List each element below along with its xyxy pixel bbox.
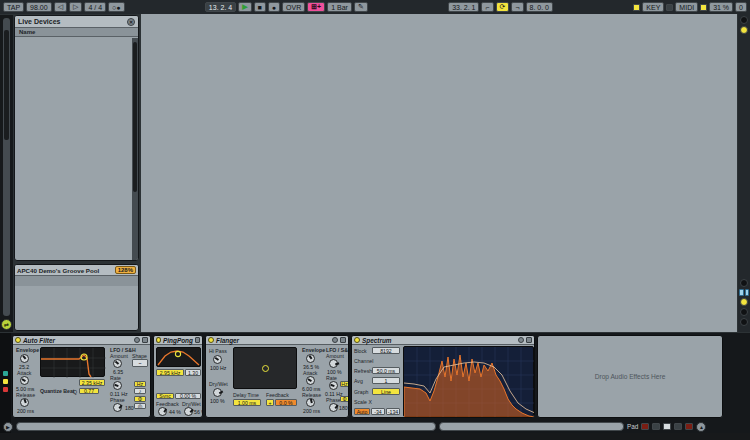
tempo-field[interactable]: 98.00	[26, 2, 52, 12]
device-header[interactable]: Spectrum	[352, 336, 534, 345]
sync-button[interactable]: Sync	[156, 393, 174, 399]
session-record-button[interactable]: ⊞+	[307, 2, 325, 12]
feedback-knob[interactable]	[158, 407, 167, 416]
feedback-field[interactable]: 0.0 %	[275, 399, 297, 406]
quantize-menu[interactable]: 1 Bar	[327, 2, 352, 12]
hot-swap-icon[interactable]	[332, 337, 338, 343]
attack-knob[interactable]	[306, 376, 315, 385]
filter-display[interactable]	[40, 347, 105, 377]
groove-amount-field[interactable]: 128%	[115, 266, 136, 274]
band-freq-field[interactable]: 2.95 kHz	[156, 369, 184, 376]
rate-knob[interactable]	[329, 381, 338, 390]
phase-knob[interactable]	[113, 403, 122, 412]
loop-button[interactable]: ⟳	[496, 2, 510, 12]
browser-column-header[interactable]: Name	[15, 28, 138, 37]
rate-hz-button[interactable]: Hz	[134, 381, 146, 387]
delay-time-field[interactable]: 1.00 ms	[233, 399, 261, 406]
browser-list-scrollbar[interactable]	[132, 38, 138, 260]
filter-freq-field[interactable]: 2.35 kHz	[79, 379, 105, 386]
env-amount-knob[interactable]	[306, 354, 315, 363]
band-filter-display[interactable]	[156, 347, 201, 367]
show-returns-button[interactable]	[740, 318, 748, 326]
spin-mode-button[interactable]: ◎	[134, 403, 146, 409]
lfo-amount-knob[interactable]	[329, 359, 338, 368]
crossfader-assign-icon[interactable]	[739, 289, 749, 296]
drywet-knob[interactable]	[213, 388, 222, 397]
key-map-button[interactable]: KEY	[642, 2, 664, 12]
range-hi-field[interactable]: -34	[371, 408, 385, 415]
record-button[interactable]: ●	[268, 2, 280, 12]
hot-swap-icon[interactable]	[134, 337, 140, 343]
stop-button[interactable]: ■	[254, 2, 266, 12]
lfo-amount-knob[interactable]	[113, 359, 122, 368]
release-knob[interactable]	[306, 398, 315, 407]
device-header[interactable]: Auto Filter	[13, 336, 150, 345]
browser-scrollbar-thumb[interactable]	[4, 30, 9, 140]
rate-sync-button[interactable]: ♪	[134, 388, 146, 394]
spectrum-display[interactable]	[403, 346, 534, 417]
feedback-plus-button[interactable]: +	[266, 399, 274, 406]
avg-field[interactable]: 1	[372, 377, 400, 384]
time-signature-field[interactable]: 4 / 4	[84, 2, 106, 12]
show-io-button[interactable]	[740, 279, 748, 287]
clip-view-toggle-icon[interactable]: ▶	[3, 422, 13, 432]
rate-hz-button[interactable]: Hz	[340, 381, 349, 387]
save-preset-icon[interactable]	[142, 337, 148, 343]
show-mixer-button[interactable]	[740, 298, 748, 306]
punch-out-button[interactable]: ¬	[511, 2, 523, 12]
detail-tab-chip[interactable]	[3, 379, 8, 384]
phase-mode-button[interactable]: Φ	[134, 396, 146, 402]
device-on-led[interactable]	[156, 337, 161, 343]
metronome-button[interactable]: ○●	[108, 2, 124, 12]
hot-swap-icon[interactable]	[518, 337, 524, 343]
hot-swap-icon[interactable]: ⇄	[1, 319, 12, 330]
env-amount-knob[interactable]	[20, 354, 29, 363]
nudge-down-button[interactable]: ◁	[54, 2, 67, 12]
graph-mode-button[interactable]: Line	[372, 388, 400, 395]
auto-range-button[interactable]: Auto	[354, 408, 370, 415]
show-detail-view-icon[interactable]: ▲	[696, 422, 706, 432]
drywet-knob[interactable]	[184, 407, 193, 416]
draw-mode-button[interactable]: ✎	[354, 2, 368, 12]
device-on-led[interactable]	[354, 337, 360, 343]
device-drop-zone[interactable]: Drop Audio Effects Here	[537, 335, 723, 418]
offset-field[interactable]: 0.00 %	[175, 393, 201, 399]
phase-mode-button[interactable]: Φ	[340, 396, 349, 402]
range-lo-field[interactable]: -134	[386, 408, 400, 415]
save-preset-icon[interactable]	[195, 337, 200, 343]
device-header[interactable]: PingPong	[154, 336, 202, 345]
band-q-field[interactable]: 1.30	[185, 369, 201, 376]
arrangement-view-toggle-icon[interactable]	[740, 26, 748, 34]
save-preset-icon[interactable]	[526, 337, 532, 343]
hipass-knob[interactable]	[213, 355, 222, 364]
browser-scrollbar[interactable]	[3, 18, 10, 316]
midi-map-button[interactable]: MIDI	[675, 2, 698, 12]
tap-tempo-button[interactable]: TAP	[3, 2, 24, 12]
phase-knob[interactable]	[329, 403, 338, 412]
device-on-led[interactable]	[15, 337, 21, 343]
session-view-toggle-icon[interactable]	[740, 16, 748, 24]
loop-start-field[interactable]: 33. 2. 1	[448, 2, 479, 12]
loop-length-field[interactable]: 8. 0. 0	[526, 2, 553, 12]
refresh-field[interactable]: 50.0 ms	[372, 367, 400, 374]
save-preset-icon[interactable]	[340, 337, 346, 343]
q-field[interactable]: 0.77	[79, 388, 99, 394]
device-on-led[interactable]	[208, 337, 214, 343]
attack-knob[interactable]	[20, 376, 29, 385]
punch-in-button[interactable]: ⌐	[481, 2, 493, 12]
block-selector[interactable]: 8192	[372, 347, 400, 354]
overdub-button[interactable]: OVR	[282, 2, 305, 12]
xy-handle[interactable]	[262, 365, 269, 372]
close-icon[interactable]: ✕	[127, 18, 135, 26]
release-knob[interactable]	[20, 398, 29, 407]
show-sends-button[interactable]	[740, 308, 748, 316]
arrangement-position-field[interactable]: 13. 2. 4	[205, 2, 236, 12]
browser-list-scrollbar-thumb[interactable]	[133, 42, 137, 192]
detail-tab-chip[interactable]	[3, 371, 8, 376]
nudge-up-button[interactable]: ▷	[69, 2, 82, 12]
flanger-xy-pad[interactable]	[233, 347, 297, 389]
rate-knob[interactable]	[113, 381, 122, 390]
lfo-shape-selector[interactable]: ~	[132, 359, 148, 367]
device-header[interactable]: Flanger	[206, 336, 348, 345]
play-button[interactable]: ▶	[238, 2, 251, 12]
